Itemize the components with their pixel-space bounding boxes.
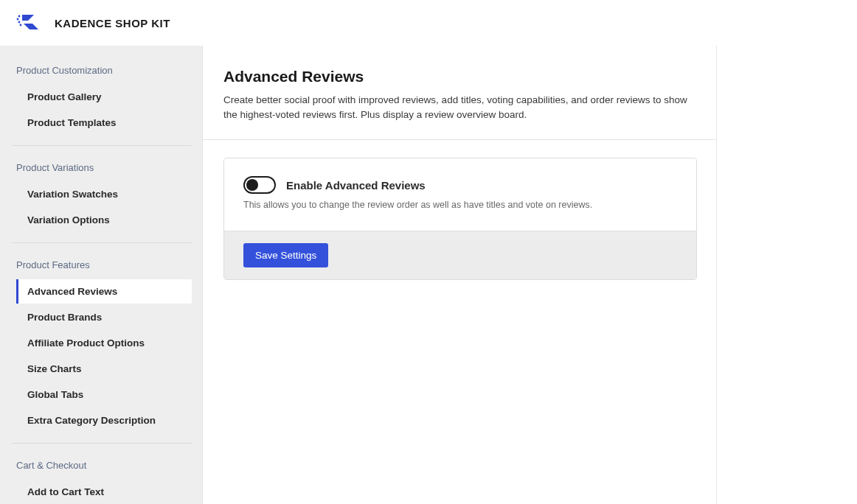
sidebar-items: Product Gallery Product Templates xyxy=(16,85,192,135)
toggle-label: Enable Advanced Reviews xyxy=(286,179,426,192)
app-header: KADENCE SHOP KIT xyxy=(0,0,857,46)
svg-point-0 xyxy=(18,15,21,18)
sidebar-item-global-tabs[interactable]: Global Tabs xyxy=(16,382,192,407)
toggle-description: This allows you to change the review ord… xyxy=(243,200,677,210)
settings-card-footer: Save Settings xyxy=(224,231,696,279)
sidebar-items: Variation Swatches Variation Options xyxy=(16,182,192,232)
sidebar-item-variation-swatches[interactable]: Variation Swatches xyxy=(16,182,192,206)
sidebar-divider xyxy=(12,242,192,243)
sidebar-section-title: Product Variations xyxy=(16,159,192,176)
sidebar-section-title: Product Customization xyxy=(16,62,192,79)
svg-point-2 xyxy=(18,21,21,24)
sidebar-section-title: Cart & Checkout xyxy=(16,457,192,474)
sidebar-item-variation-options[interactable]: Variation Options xyxy=(16,208,192,232)
sidebar-divider xyxy=(12,145,192,146)
brand-logo: KADENCE SHOP KIT xyxy=(16,11,170,35)
app-root: KADENCE SHOP KIT Product Customization P… xyxy=(0,0,857,504)
sidebar-item-product-brands[interactable]: Product Brands xyxy=(16,305,192,329)
enable-advanced-reviews-toggle[interactable] xyxy=(243,176,276,194)
svg-point-1 xyxy=(17,18,19,21)
sidebar: Product Customization Product Gallery Pr… xyxy=(0,46,203,504)
content-wrap: Advanced Reviews Create better social pr… xyxy=(203,46,717,504)
save-settings-button[interactable]: Save Settings xyxy=(243,243,328,267)
main-content: Advanced Reviews Create better social pr… xyxy=(203,46,857,504)
sidebar-item-size-charts[interactable]: Size Charts xyxy=(16,357,192,381)
sidebar-section-product-variations: Product Variations Variation Swatches Va… xyxy=(16,159,192,243)
sidebar-item-extra-category-description[interactable]: Extra Category Description xyxy=(16,408,192,433)
sidebar-items: Add to Cart Text xyxy=(16,480,192,504)
toggle-row: Enable Advanced Reviews xyxy=(243,176,677,194)
sidebar-item-product-templates[interactable]: Product Templates xyxy=(16,111,192,135)
sidebar-section-product-customization: Product Customization Product Gallery Pr… xyxy=(16,62,192,146)
sidebar-divider xyxy=(12,443,192,444)
sidebar-section-cart-checkout: Cart & Checkout Add to Cart Text xyxy=(16,457,192,504)
sidebar-item-advanced-reviews[interactable]: Advanced Reviews xyxy=(16,279,192,304)
content-divider xyxy=(203,139,716,140)
svg-point-3 xyxy=(20,24,22,27)
sidebar-item-affiliate-product-options[interactable]: Affiliate Product Options xyxy=(16,331,192,355)
brand-logo-icon xyxy=(16,11,46,35)
sidebar-items: Advanced Reviews Product Brands Affiliat… xyxy=(16,279,192,433)
settings-card: Enable Advanced Reviews This allows you … xyxy=(223,158,697,280)
brand-name: KADENCE SHOP KIT xyxy=(55,17,170,29)
page-description: Create better social proof with improved… xyxy=(223,93,697,122)
sidebar-item-add-to-cart-text[interactable]: Add to Cart Text xyxy=(16,480,192,504)
sidebar-item-product-gallery[interactable]: Product Gallery xyxy=(16,85,192,109)
sidebar-section-title: Product Features xyxy=(16,256,192,273)
page-title: Advanced Reviews xyxy=(223,68,697,85)
sidebar-section-product-features: Product Features Advanced Reviews Produc… xyxy=(16,256,192,444)
settings-card-body: Enable Advanced Reviews This allows you … xyxy=(224,158,696,231)
app-body: Product Customization Product Gallery Pr… xyxy=(0,46,857,504)
